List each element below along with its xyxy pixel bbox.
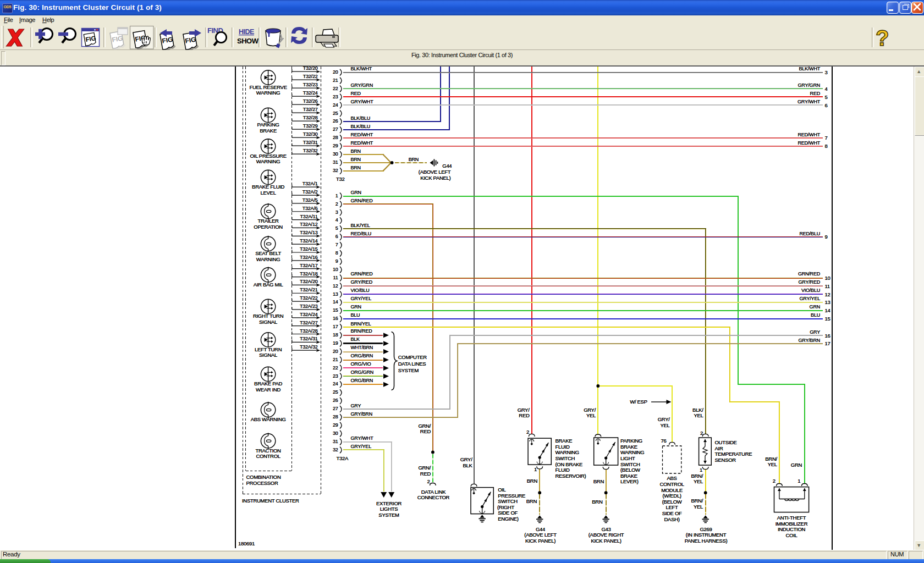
svg-text:SHOW: SHOW bbox=[237, 37, 259, 45]
svg-text:HIDE: HIDE bbox=[239, 28, 254, 36]
svg-text:?: ? bbox=[876, 26, 889, 50]
